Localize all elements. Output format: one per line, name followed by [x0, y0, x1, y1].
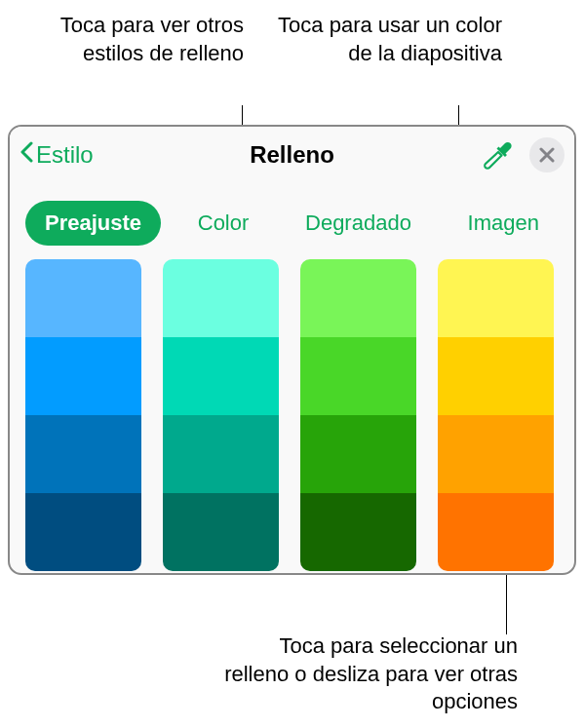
- tab-imagen[interactable]: Imagen: [448, 201, 559, 246]
- tab-preajuste[interactable]: Preajuste: [25, 201, 161, 246]
- color-swatch[interactable]: [300, 415, 416, 493]
- callout-slide-color: Toca para usar un color de la diapositiv…: [273, 12, 502, 67]
- palette-column: [438, 259, 554, 571]
- panel-header: Estilo Relleno: [10, 127, 574, 183]
- close-icon: [539, 147, 555, 163]
- chevron-left-icon: [19, 141, 34, 169]
- eyedropper-button[interactable]: [479, 137, 514, 172]
- callout-fill-styles: Toca para ver otros estilos de relleno: [29, 12, 244, 67]
- back-label: Estilo: [36, 141, 94, 169]
- color-swatch[interactable]: [163, 415, 279, 493]
- tab-degradado[interactable]: Degradado: [286, 201, 431, 246]
- color-swatch[interactable]: [163, 259, 279, 337]
- color-palette[interactable]: [10, 259, 574, 571]
- color-swatch[interactable]: [25, 259, 141, 337]
- palette-column: [300, 259, 416, 571]
- palette-column: [163, 259, 279, 571]
- color-swatch[interactable]: [300, 259, 416, 337]
- panel-title: Relleno: [250, 141, 334, 169]
- fill-tabs: PreajusteColorDegradadoImagen: [10, 183, 574, 259]
- color-swatch[interactable]: [25, 493, 141, 571]
- color-swatch[interactable]: [438, 415, 554, 493]
- callout-select-fill: Toca para seleccionar un relleno o desli…: [215, 632, 518, 716]
- color-swatch[interactable]: [25, 415, 141, 493]
- back-button[interactable]: Estilo: [19, 141, 94, 169]
- color-swatch[interactable]: [438, 259, 554, 337]
- color-swatch[interactable]: [438, 337, 554, 415]
- palette-column: [25, 259, 141, 571]
- color-swatch[interactable]: [300, 493, 416, 571]
- color-swatch[interactable]: [163, 337, 279, 415]
- color-swatch[interactable]: [300, 337, 416, 415]
- color-swatch[interactable]: [163, 493, 279, 571]
- color-swatch[interactable]: [25, 337, 141, 415]
- color-swatch[interactable]: [438, 493, 554, 571]
- fill-panel: Estilo Relleno PreajusteColorDegradadoIm…: [8, 125, 576, 575]
- close-button[interactable]: [529, 137, 565, 172]
- eyedropper-icon: [481, 139, 512, 171]
- tab-color[interactable]: Color: [178, 201, 269, 246]
